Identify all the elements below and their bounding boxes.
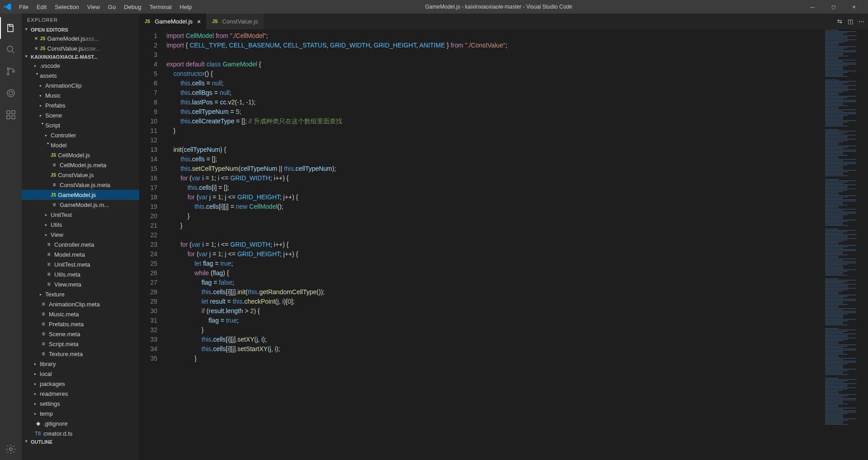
section-project[interactable]: KAIXINXIAOXIAOLE-MAST...: [22, 53, 139, 61]
tree-item[interactable]: ≡Utils.meta: [22, 269, 139, 279]
tree-item[interactable]: ▸Texture: [22, 289, 139, 299]
tree-item[interactable]: ≡GameModel.js.m...: [22, 200, 139, 210]
tree-item[interactable]: ≡UnitTest.meta: [22, 259, 139, 269]
close-icon[interactable]: ×: [197, 18, 201, 25]
line-numbers: 1234567891011121314151617181920212223242…: [139, 29, 166, 460]
menu-bar: FileEditSelectionViewGoDebugTerminalHelp: [15, 2, 195, 12]
tree-item-label: library: [40, 361, 56, 367]
tree-item[interactable]: ▸temp: [22, 408, 139, 418]
extensions-icon[interactable]: [0, 104, 22, 126]
tree-item[interactable]: ≡Scene.meta: [22, 329, 139, 339]
svg-rect-6: [7, 111, 10, 114]
menu-view[interactable]: View: [84, 2, 104, 12]
file-icon: ≡: [45, 261, 52, 268]
source-control-icon[interactable]: [0, 61, 22, 82]
chevron-icon: ▸: [41, 122, 45, 128]
tree-item[interactable]: ▸View: [22, 230, 139, 239]
window-minimize-button[interactable]: —: [802, 0, 823, 14]
open-editor-item[interactable]: ×JSConstValue.js asse...: [22, 43, 139, 53]
menu-go[interactable]: Go: [104, 2, 119, 12]
tree-item[interactable]: ≡Model.meta: [22, 249, 139, 259]
tree-item-label: GameModel.js: [58, 192, 96, 198]
titlebar: FileEditSelectionViewGoDebugTerminalHelp…: [0, 0, 868, 14]
file-icon: ≡: [45, 281, 52, 287]
window-close-button[interactable]: ✕: [844, 0, 864, 14]
explorer-icon[interactable]: [0, 17, 22, 39]
close-icon[interactable]: ×: [34, 35, 38, 42]
tree-item[interactable]: ▸local: [22, 369, 139, 379]
search-icon[interactable]: [0, 39, 22, 61]
menu-help[interactable]: Help: [176, 2, 196, 12]
menu-selection[interactable]: Selection: [51, 2, 82, 12]
tree-item-label: Prefabs: [45, 102, 66, 109]
tree-item[interactable]: ▸.vscode: [22, 61, 139, 70]
tree-item[interactable]: ≡Controller.meta: [22, 239, 139, 249]
window-maximize-button[interactable]: ▢: [823, 0, 844, 14]
file-icon: ≡: [51, 162, 58, 168]
tree-item[interactable]: ▸Scene: [22, 110, 139, 120]
tree-item-label: assets: [40, 72, 57, 79]
js-file-icon: JS: [145, 19, 150, 24]
tree-item[interactable]: ▸settings: [22, 399, 139, 408]
tree-item-label: CellModel.js: [58, 152, 90, 159]
tree-item[interactable]: JSCellModel.js: [22, 150, 139, 160]
menu-terminal[interactable]: Terminal: [146, 2, 175, 12]
svg-point-5: [9, 91, 13, 95]
tree-item[interactable]: ≡Script.meta: [22, 339, 139, 349]
editor-tab[interactable]: JSConstValue.js: [207, 14, 264, 29]
tree-item[interactable]: ▸library: [22, 359, 139, 369]
tree-item-label: GameModel.js.m...: [60, 202, 109, 208]
tree-item[interactable]: ▸Script: [22, 120, 139, 130]
tree-item-label: Model.meta: [54, 251, 85, 258]
tree-item[interactable]: ▸packages: [22, 379, 139, 389]
tree-item[interactable]: ≡CellModel.js.meta: [22, 160, 139, 170]
tree-item[interactable]: JSGameModel.js: [22, 190, 139, 200]
compare-icon[interactable]: ⇆: [837, 18, 842, 25]
chevron-icon: ▸: [34, 392, 40, 396]
chevron-icon: ▸: [45, 223, 51, 227]
tree-item[interactable]: ◆.gitignore: [22, 418, 139, 428]
tree-item[interactable]: ≡ConstValue.js.meta: [22, 180, 139, 190]
tree-item[interactable]: ≡View.meta: [22, 279, 139, 289]
minimap[interactable]: [823, 29, 868, 460]
tree-item[interactable]: ▸Utils: [22, 220, 139, 230]
chevron-icon: ▸: [45, 233, 51, 237]
close-icon[interactable]: ×: [34, 45, 38, 52]
tree-item[interactable]: ≡AnimationClip.meta: [22, 299, 139, 309]
open-editor-item[interactable]: ×JSGameModel.js ass...: [22, 33, 139, 43]
tree-item[interactable]: ▸readmeres: [22, 389, 139, 399]
chevron-icon: ▸: [35, 73, 39, 78]
chevron-icon: ▸: [40, 113, 45, 117]
settings-gear-icon[interactable]: [0, 438, 22, 460]
code-editor[interactable]: 1234567891011121314151617181920212223242…: [139, 29, 868, 460]
tree-item-label: settings: [40, 400, 60, 407]
tree-item-label: ConstValue.js: [58, 172, 94, 178]
tree-item[interactable]: ≡Texture.meta: [22, 349, 139, 359]
debug-icon[interactable]: [0, 82, 22, 104]
split-editor-icon[interactable]: ◫: [848, 18, 853, 25]
tree-item-label: Scene.meta: [49, 331, 80, 338]
menu-file[interactable]: File: [15, 2, 32, 12]
menu-debug[interactable]: Debug: [120, 2, 145, 12]
tree-item[interactable]: JSConstValue.js: [22, 170, 139, 180]
tree-item[interactable]: ▸Model: [22, 140, 139, 150]
editor-tab[interactable]: JSGameModel.js×: [139, 14, 207, 29]
tree-item[interactable]: TScreator.d.ts: [22, 428, 139, 438]
code-content[interactable]: import CellModel from "./CellModel";impo…: [166, 29, 823, 460]
tree-item-label: local: [40, 371, 52, 377]
menu-edit[interactable]: Edit: [33, 2, 50, 12]
section-open-editors[interactable]: OPEN EDITORS: [22, 26, 139, 33]
tree-item[interactable]: ▸Music: [22, 90, 139, 100]
tree-item[interactable]: ▸Prefabs: [22, 100, 139, 110]
more-actions-icon[interactable]: ⋯: [859, 18, 864, 25]
tree-item[interactable]: ≡Prefabs.meta: [22, 319, 139, 329]
js-file-icon: JS: [40, 46, 45, 51]
tree-item[interactable]: ▸assets: [22, 70, 139, 80]
section-outline[interactable]: OUTLINE: [22, 438, 139, 446]
tree-item[interactable]: ▸Controller: [22, 130, 139, 140]
tree-item[interactable]: ▸AnimationClip: [22, 80, 139, 90]
tree-item[interactable]: ≡Music.meta: [22, 309, 139, 319]
file-icon: ◆: [34, 420, 42, 427]
tree-item[interactable]: ▸UnitTest: [22, 210, 139, 220]
file-icon: ≡: [40, 311, 47, 317]
